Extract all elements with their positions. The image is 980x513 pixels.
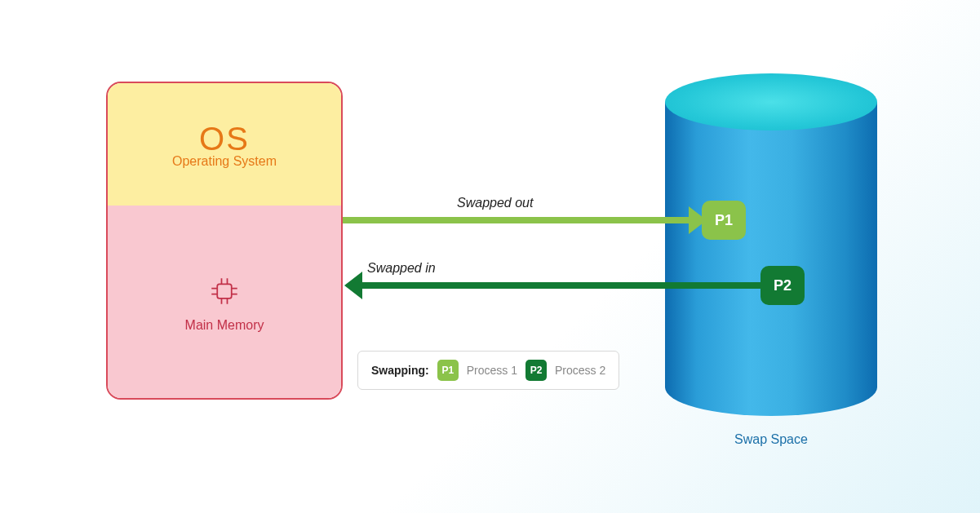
swapped-in-arrow	[362, 282, 762, 289]
swap-space-cylinder	[665, 73, 877, 416]
process-p2-badge: P2	[760, 266, 805, 305]
swapped-out-arrow	[343, 217, 694, 223]
os-title: OS	[199, 121, 250, 157]
os-subtitle: Operating System	[172, 154, 277, 169]
cylinder-body	[665, 102, 877, 387]
legend-p2-text: Process 2	[555, 364, 605, 377]
swapped-out-label: Swapped out	[457, 196, 533, 210]
main-memory-section: Main Memory	[108, 206, 341, 400]
main-memory-label: Main Memory	[185, 318, 264, 333]
cpu-chip-icon	[207, 274, 242, 308]
legend-p2-badge: P2	[525, 360, 547, 381]
cylinder-bottom	[665, 359, 877, 416]
svg-rect-0	[217, 284, 232, 299]
cylinder-top	[665, 73, 877, 130]
memory-box: OS Operating System Main Memory	[106, 82, 343, 400]
process-p1-badge: P1	[702, 201, 746, 240]
legend-box: Swapping: P1 Process 1 P2 Process 2	[357, 351, 619, 390]
legend-title: Swapping:	[371, 364, 429, 377]
swapped-in-arrowhead-icon	[344, 272, 362, 299]
swapped-in-label: Swapped in	[367, 261, 436, 276]
legend-p1-text: Process 1	[467, 364, 517, 377]
legend-p1-badge: P1	[437, 360, 459, 381]
os-section: OS Operating System	[108, 83, 341, 206]
swap-space-label: Swap Space	[665, 432, 877, 447]
